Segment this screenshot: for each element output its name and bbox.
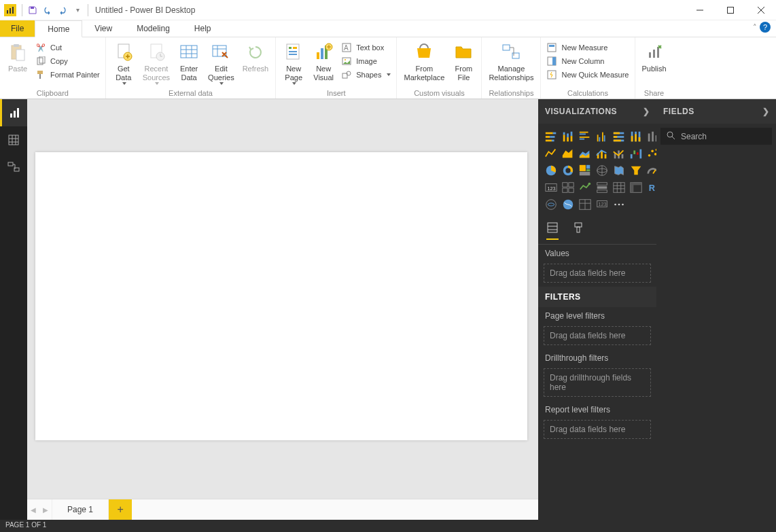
data-view-button[interactable] <box>0 126 27 154</box>
viz-qa[interactable]: 123 <box>595 197 610 212</box>
manage-relationships-button[interactable]: Manage Relationships <box>484 39 537 82</box>
svg-rect-154 <box>575 223 582 227</box>
tab-view[interactable]: View <box>82 20 124 37</box>
new-quick-measure-button[interactable]: New Quick Measure <box>544 69 631 81</box>
viz-map[interactable] <box>595 163 610 178</box>
values-dropzone[interactable]: Drag data fields here <box>544 264 651 283</box>
tab-file[interactable]: File <box>0 20 35 37</box>
refresh-button[interactable]: Refresh <box>239 39 273 73</box>
tab-modeling[interactable]: Modeling <box>124 20 182 37</box>
svg-rect-29 <box>293 47 297 49</box>
publish-button[interactable]: Publish <box>638 39 671 73</box>
drillthrough-dropzone[interactable]: Drag drillthrough fields here <box>544 368 651 397</box>
cut-button[interactable]: ✂️Cut <box>33 41 103 54</box>
viz-table[interactable] <box>612 180 627 195</box>
image-button[interactable]: Image <box>338 55 393 67</box>
new-page-button[interactable]: New Page <box>279 39 308 85</box>
page-prev-button[interactable]: ◀ <box>27 499 39 520</box>
viz-clustered-bar[interactable] <box>578 129 593 144</box>
maximize-button[interactable] <box>715 0 745 20</box>
viz-multi-card[interactable] <box>561 180 576 195</box>
fields-tab[interactable] <box>546 221 559 240</box>
svg-rect-75 <box>580 133 586 135</box>
new-visual-button[interactable]: New Visual <box>308 39 338 82</box>
fields-search[interactable]: Search <box>660 128 772 145</box>
tab-home[interactable]: Home <box>35 20 82 37</box>
viz-combo-col-line[interactable] <box>595 146 610 161</box>
svg-rect-105 <box>637 152 639 155</box>
viz-pie[interactable] <box>544 163 559 178</box>
viz-line[interactable] <box>544 146 559 161</box>
report-view-button[interactable] <box>0 99 27 126</box>
recent-sources-button[interactable]: Recent Sources <box>139 39 174 85</box>
new-measure-button[interactable]: New Measure <box>544 41 631 54</box>
get-data-button[interactable]: Get Data <box>109 39 139 85</box>
add-page-button[interactable]: + <box>109 499 132 520</box>
from-file-button[interactable]: From File <box>448 39 478 82</box>
report-canvas[interactable] <box>35 152 527 440</box>
viz-stacked-area[interactable] <box>578 146 593 161</box>
copy-button[interactable]: Copy <box>33 55 103 67</box>
report-filters-dropzone[interactable]: Drag data fields here <box>544 420 651 439</box>
viz-waterfall[interactable] <box>629 146 643 161</box>
format-tab[interactable] <box>572 221 584 240</box>
close-button[interactable] <box>745 0 776 20</box>
edit-queries-button[interactable]: Edit Queries <box>204 39 239 85</box>
qat-dropdown-icon[interactable]: ▾ <box>70 3 85 18</box>
viz-funnel[interactable] <box>629 163 643 178</box>
viz-100-column[interactable] <box>629 129 643 144</box>
chevron-right-icon: ❯ <box>762 107 770 116</box>
svg-text:R: R <box>649 183 655 193</box>
viz-arcgis[interactable] <box>561 197 576 212</box>
viz-slicer[interactable] <box>595 180 610 195</box>
shapes-button[interactable]: Shapes <box>338 69 393 81</box>
viz-donut[interactable] <box>561 163 576 178</box>
enter-data-button[interactable]: Enter Data <box>174 39 204 82</box>
svg-rect-70 <box>567 137 569 141</box>
svg-rect-53 <box>14 111 16 118</box>
collapse-ribbon-icon[interactable]: ˄ <box>753 23 757 32</box>
viz-python-visual[interactable] <box>544 197 559 212</box>
viz-filled-map[interactable] <box>612 163 627 178</box>
paste-button[interactable]: Paste <box>3 39 33 73</box>
page-next-button[interactable]: ▶ <box>39 499 52 520</box>
redo-icon[interactable] <box>55 3 70 18</box>
viz-treemap[interactable] <box>578 163 593 178</box>
viz-clustered-column[interactable] <box>595 129 610 144</box>
viz-area[interactable] <box>561 146 576 161</box>
textbox-button[interactable]: AText box <box>338 41 393 54</box>
enter-data-icon <box>178 41 200 63</box>
page-filters-dropzone[interactable]: Drag data fields here <box>544 326 651 345</box>
viz-100-bar[interactable] <box>612 129 627 144</box>
viz-stacked-column[interactable] <box>561 129 576 144</box>
group-calculations: New Measure New Column New Quick Measure… <box>541 37 635 99</box>
new-column-button[interactable]: New Column <box>544 55 631 67</box>
canvas-area[interactable]: ◀ ▶ Page 1 + <box>27 99 538 520</box>
model-view-button[interactable] <box>0 154 27 181</box>
visualizations-header[interactable]: VISUALIZATIONS ❯ <box>538 99 656 124</box>
viz-card[interactable]: 123 <box>544 180 559 195</box>
fields-header[interactable]: FIELDS ❯ <box>656 99 776 124</box>
page-tab-1[interactable]: Page 1 <box>52 499 109 520</box>
svg-rect-91 <box>635 134 637 141</box>
tab-help[interactable]: Help <box>182 20 224 37</box>
save-icon[interactable] <box>25 3 40 18</box>
viz-combo-col-line2[interactable] <box>612 146 627 161</box>
cut-icon: ✂️ <box>35 42 46 53</box>
svg-rect-116 <box>586 169 590 171</box>
ribbon-tabs: File Home View Modeling Help ˄ ? <box>0 20 776 37</box>
ribbon: Paste ✂️Cut Copy Format Painter Clipboar… <box>0 37 776 99</box>
shapes-icon <box>341 69 352 80</box>
svg-point-141 <box>546 200 557 210</box>
help-icon[interactable]: ? <box>760 22 771 33</box>
svg-line-157 <box>672 137 675 139</box>
viz-matrix[interactable] <box>629 180 643 195</box>
viz-kpi[interactable] <box>578 180 593 195</box>
viz-stacked-bar[interactable] <box>544 129 559 144</box>
minimize-button[interactable] <box>684 0 715 20</box>
format-painter-button[interactable]: Format Painter <box>33 69 103 81</box>
undo-icon[interactable] <box>40 3 55 18</box>
from-marketplace-button[interactable]: From Marketplace <box>400 39 448 82</box>
viz-more[interactable] <box>612 197 627 212</box>
viz-key-influencers[interactable] <box>578 197 593 212</box>
